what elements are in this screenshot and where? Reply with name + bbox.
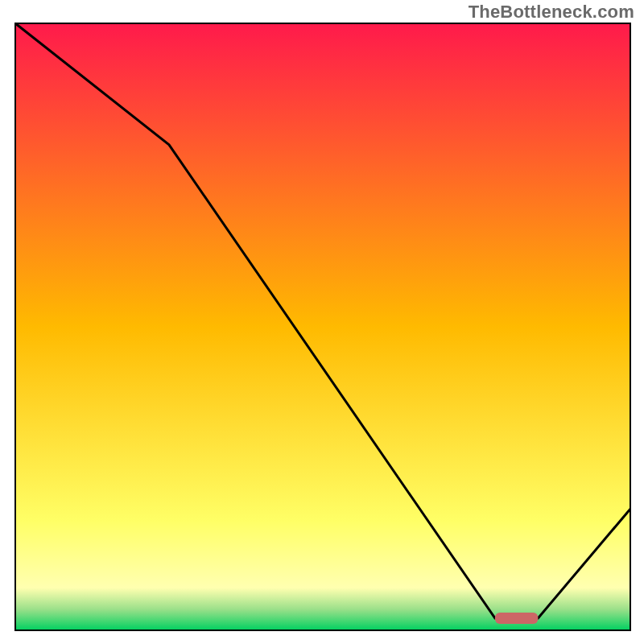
bottleneck-chart: [0, 0, 644, 644]
watermark-text: TheBottleneck.com: [469, 2, 634, 23]
chart-container: TheBottleneck.com: [0, 0, 644, 644]
plot-background: [15, 23, 630, 630]
optimal-marker: [495, 613, 538, 624]
